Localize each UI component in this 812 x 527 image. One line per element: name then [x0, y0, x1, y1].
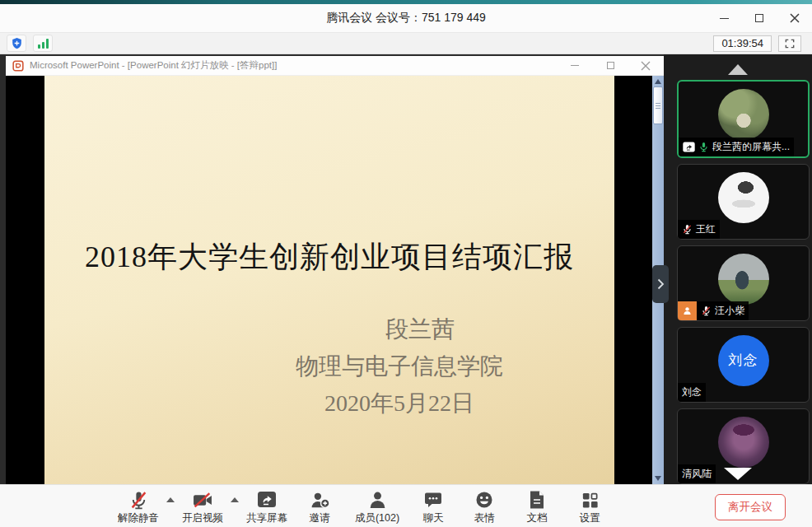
signal-bars-icon [38, 39, 49, 49]
avatar [718, 172, 769, 223]
powerpoint-window: Microsoft PowerPoint - [PowerPoint 幻灯片放映… [6, 56, 664, 484]
avatar [718, 89, 769, 140]
participants-scroll-up[interactable] [728, 64, 748, 75]
video-options-caret[interactable] [229, 490, 240, 525]
scrollbar-down-arrow[interactable] [655, 476, 661, 481]
mic-muted-icon [128, 490, 149, 511]
powerpoint-window-controls [568, 59, 656, 72]
participant-tile-sharer[interactable]: 段兰茜的屏幕共... [677, 80, 810, 158]
toolbar-items: 解除静音 开启视频 [112, 485, 616, 525]
avatar [718, 417, 769, 468]
members-button[interactable]: 成员(102) [346, 490, 408, 525]
slide-title: 2018年大学生创新创业项目结项汇报 [44, 237, 614, 277]
ppt-maximize-button[interactable] [604, 59, 617, 72]
participant-name: 王红 [696, 222, 716, 236]
mic-options-caret[interactable] [165, 490, 176, 525]
powerpoint-icon [12, 60, 24, 72]
invite-button[interactable]: 邀请 [293, 490, 346, 525]
avatar-initials: 刘念 [718, 335, 769, 386]
participant-name: 清风陆 [682, 467, 712, 481]
participant-tile[interactable]: 王红 [677, 164, 810, 240]
share-screen-button[interactable]: 共享屏幕 [240, 490, 293, 525]
participant-name: 汪小柴 [715, 304, 744, 318]
scrollbar-up-arrow[interactable] [655, 79, 661, 84]
slide-subtitle: 段兰茜 物理与电子信息学院 2020年5月22日 [44, 310, 614, 422]
participant-name: 段兰茜的屏幕共... [712, 140, 790, 154]
apps-grid-icon [581, 491, 600, 510]
sidebar-collapse-handle[interactable] [652, 265, 669, 303]
avatar [718, 254, 769, 305]
shield-plus-icon [11, 37, 23, 49]
screen-share-icon [683, 142, 695, 152]
mic-muted-icon [701, 305, 712, 316]
mic-muted-icon [682, 224, 693, 235]
docs-button[interactable]: 文档 [511, 490, 563, 525]
window-controls [715, 4, 804, 32]
settings-button[interactable]: 设置 [563, 490, 616, 525]
fullscreen-icon [784, 38, 796, 49]
leave-meeting-button[interactable]: 离开会议 [715, 494, 786, 520]
participant-tiles: 段兰茜的屏幕共... 王红 [677, 80, 810, 484]
close-icon [790, 13, 800, 23]
participant-label: 段兰茜的屏幕共... [679, 138, 794, 156]
minimize-button[interactable] [715, 9, 733, 27]
invite-person-icon [310, 490, 330, 511]
bottom-toolbar: 解除静音 开启视频 [0, 484, 812, 527]
fullscreen-button[interactable] [778, 35, 801, 52]
powerpoint-title: Microsoft PowerPoint - [PowerPoint 幻灯片放映… [30, 59, 277, 72]
slide-department: 物理与电子信息学院 [184, 347, 614, 385]
participant-tile[interactable]: 刘念 刘念 [677, 327, 810, 403]
participant-label: 王红 [678, 220, 720, 239]
security-shield-button[interactable] [7, 35, 26, 52]
participant-tile[interactable]: 汪小柴 [677, 245, 810, 321]
smiley-icon [474, 490, 494, 510]
share-screen-icon [257, 491, 277, 509]
slideshow-area: 2018年大学生创新创业项目结项汇报 段兰茜 物理与电子信息学院 2020年5月… [6, 76, 664, 484]
status-bar: 01:39:54 [0, 33, 812, 54]
participant-label: 清风陆 [678, 464, 716, 483]
network-signal-button[interactable] [33, 35, 53, 52]
unmute-button[interactable]: 解除静音 [112, 490, 165, 525]
powerpoint-titlebar: Microsoft PowerPoint - [PowerPoint 幻灯片放映… [6, 56, 664, 76]
member-person-icon [367, 490, 388, 511]
ppt-close-button[interactable] [639, 59, 652, 72]
window-title: 腾讯会议 会议号：751 179 449 [326, 11, 486, 26]
participant-label: 刘念 [678, 383, 706, 402]
maximize-button[interactable] [750, 9, 768, 27]
slide: 2018年大学生创新创业项目结项汇报 段兰茜 物理与电子信息学院 2020年5月… [44, 76, 614, 484]
chat-button[interactable]: 聊天 [408, 490, 458, 525]
document-icon [528, 490, 546, 510]
tencent-meeting-window: 腾讯会议 会议号：751 179 449 01:39:54 [0, 0, 812, 527]
emoji-button[interactable]: 表情 [458, 490, 511, 525]
titlebar: 腾讯会议 会议号：751 179 449 [0, 4, 812, 33]
chevron-right-icon [656, 278, 665, 290]
close-button[interactable] [786, 9, 804, 27]
participant-name: 刘念 [682, 385, 702, 399]
participant-label: 汪小柴 [678, 301, 749, 320]
slide-date: 2020年5月22日 [184, 385, 614, 422]
camera-off-icon [192, 490, 213, 511]
chat-bubble-icon [423, 490, 443, 510]
participants-scroll-down[interactable] [724, 468, 752, 480]
ppt-close-icon [641, 61, 651, 71]
person-icon [682, 305, 693, 316]
scrollbar-thumb[interactable] [653, 86, 663, 124]
start-video-button[interactable]: 开启视频 [176, 490, 229, 525]
mic-on-icon [698, 142, 709, 152]
hand-raised-badge [678, 301, 697, 320]
ppt-minimize-button[interactable] [568, 59, 581, 72]
participants-sidebar: 段兰茜的屏幕共... 王红 [664, 54, 812, 484]
slide-author: 段兰茜 [205, 310, 635, 347]
meeting-timer: 01:39:54 [713, 35, 772, 52]
